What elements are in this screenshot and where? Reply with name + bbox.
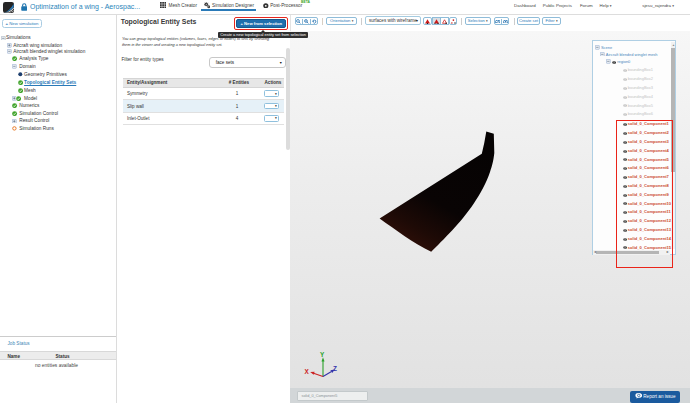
svg-text:Z: Z [333,365,337,372]
svg-text:Y: Y [320,351,325,358]
svg-text:X: X [305,368,310,375]
